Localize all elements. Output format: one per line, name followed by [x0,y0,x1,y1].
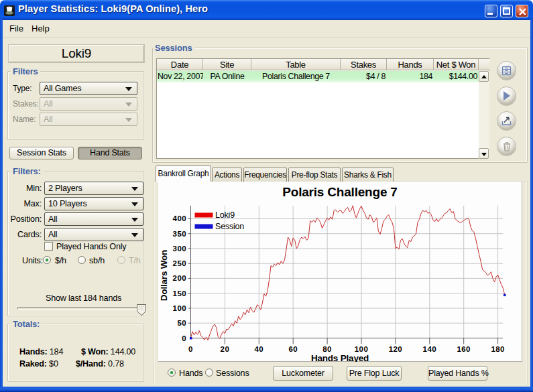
svg-text:0: 0 [182,334,186,342]
svg-text:80: 80 [322,345,332,353]
svg-text:Loki9: Loki9 [215,210,235,220]
svg-text:400: 400 [173,214,186,222]
svg-text:350: 350 [173,230,186,238]
svg-text:20: 20 [221,345,230,353]
svg-text:120: 120 [389,345,402,353]
svg-text:60: 60 [288,345,298,353]
svg-text:180: 180 [491,345,504,353]
svg-text:160: 160 [457,345,471,353]
svg-text:150: 150 [173,289,186,298]
svg-text:Dollars Won: Dollars Won [159,250,169,301]
svg-text:0: 0 [188,345,193,353]
svg-text:300: 300 [173,245,186,253]
svg-text:Session: Session [215,222,244,231]
svg-text:Polaris Challenge 7: Polaris Challenge 7 [282,185,398,199]
svg-text:50: 50 [177,319,186,327]
svg-text:140: 140 [423,345,436,353]
svg-text:Hands Played: Hands Played [311,353,369,362]
svg-text:250: 250 [173,259,186,267]
svg-text:200: 200 [173,274,186,282]
svg-text:100: 100 [173,304,186,312]
svg-text:40: 40 [255,345,264,353]
svg-text:100: 100 [355,345,368,353]
